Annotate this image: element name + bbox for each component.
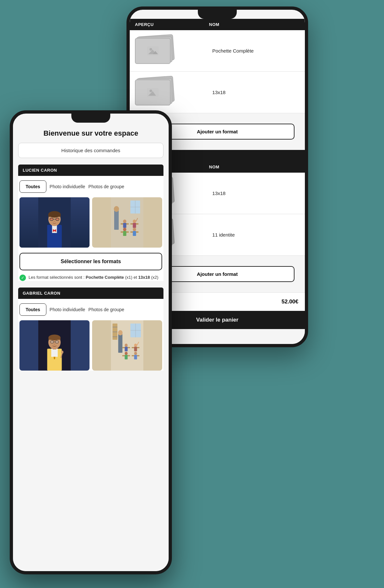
product-name-2: 13x18 xyxy=(209,90,300,95)
format-pochette-count: (x1) et xyxy=(124,275,138,280)
lucien-caron-name-bar: LUCIEN CARON xyxy=(18,165,163,176)
gabriel-class-photo xyxy=(92,320,162,371)
front-phone-notch xyxy=(71,114,110,123)
filter-photos-groupe-2[interactable]: Photos de groupe xyxy=(89,307,125,312)
lucien-filter-tabs: Toutes Photo individuelle Photos de grou… xyxy=(19,176,162,197)
svg-point-61 xyxy=(114,206,119,212)
svg-point-72 xyxy=(133,228,136,231)
svg-point-19 xyxy=(150,90,152,92)
svg-rect-73 xyxy=(133,231,136,236)
gabriel-portrait-photo xyxy=(19,320,90,371)
format-13x18-count: (x2) xyxy=(150,275,158,280)
filter-tab-toutes-1[interactable]: Toutes xyxy=(19,180,46,193)
product-row-2: 13x18 xyxy=(130,72,305,113)
svg-rect-60 xyxy=(114,210,119,230)
svg-rect-71 xyxy=(123,231,126,236)
svg-rect-98 xyxy=(113,332,117,332)
section2-col-nom: NOM xyxy=(209,165,300,169)
lucien-portrait-inner xyxy=(19,197,90,248)
col-nom-label: NOM xyxy=(209,22,300,27)
svg-point-54 xyxy=(54,221,55,222)
front-phone: Bienvenue sur votre espace Historique de… xyxy=(10,110,172,574)
svg-rect-41 xyxy=(52,225,57,233)
welcome-title: Bienvenue sur votre espace xyxy=(18,129,163,138)
svg-point-89 xyxy=(54,344,55,345)
img-card-front-2 xyxy=(135,80,171,105)
filter-photo-individuelle-1[interactable]: Photo individuelle xyxy=(50,184,85,189)
svg-rect-100 xyxy=(118,334,123,353)
lucien-class-photo xyxy=(92,197,162,248)
lucien-portrait-photo xyxy=(19,197,90,248)
product-name-1: Pochette Complète xyxy=(209,48,300,54)
gabriel-caron-section: GABRIEL CARON Toutes Photo individuelle … xyxy=(18,288,163,371)
svg-rect-67 xyxy=(123,223,126,228)
svg-point-110 xyxy=(125,352,128,355)
formats-text: Les format sélectionnés sont : Pochette … xyxy=(29,274,158,281)
svg-rect-97 xyxy=(113,327,117,327)
formats-info: ✓ Les format sélectionnés sont : Pochett… xyxy=(19,274,162,281)
filter-tab-toutes-2[interactable]: Toutes xyxy=(19,303,46,316)
svg-point-68 xyxy=(133,220,136,223)
order-history-button[interactable]: Historique des commandes xyxy=(18,143,163,158)
svg-point-108 xyxy=(134,344,137,347)
svg-point-91 xyxy=(61,351,64,354)
svg-point-70 xyxy=(123,228,126,231)
gabriel-photo-grid xyxy=(19,320,162,371)
svg-point-53 xyxy=(56,218,59,220)
svg-point-9 xyxy=(150,48,152,51)
gabriel-filter-tabs: Toutes Photo individuelle Photos de grou… xyxy=(19,299,162,320)
product-image-2 xyxy=(135,77,209,108)
lucien-photo-grid xyxy=(19,197,162,248)
total-value: 52.00€ xyxy=(282,299,298,305)
filter-photos-groupe-1[interactable]: Photos de groupe xyxy=(89,184,125,189)
front-phone-screen: Bienvenue sur votre espace Historique de… xyxy=(13,123,169,571)
select-formats-button-1[interactable]: Sélectionner les formats xyxy=(19,253,162,270)
filter-photo-individuelle-2[interactable]: Photo individuelle xyxy=(50,307,85,312)
product-image-1 xyxy=(135,35,209,66)
svg-rect-99 xyxy=(113,337,117,337)
svg-rect-113 xyxy=(134,355,137,360)
svg-point-44 xyxy=(54,230,55,231)
svg-rect-69 xyxy=(133,223,136,228)
svg-point-101 xyxy=(118,330,123,336)
svg-point-66 xyxy=(123,220,126,223)
svg-rect-107 xyxy=(125,347,128,351)
product-row-1: Pochette Complète xyxy=(130,30,305,72)
gabriel-caron-name-bar: GABRIEL CARON xyxy=(18,288,163,299)
svg-point-112 xyxy=(134,352,137,355)
back-table-header: APERÇU NOM xyxy=(130,19,305,30)
svg-point-106 xyxy=(125,344,128,347)
svg-rect-79 xyxy=(51,349,58,357)
format-pochette: Pochette Complète xyxy=(86,275,124,280)
back-phone-notch xyxy=(198,10,237,19)
svg-rect-48 xyxy=(48,214,61,217)
svg-rect-111 xyxy=(125,355,128,360)
svg-rect-83 xyxy=(49,337,61,340)
svg-point-52 xyxy=(50,218,53,220)
section2-product-name-2: 11 identite xyxy=(209,232,300,238)
formats-info-prefix: Les format sélectionnés sont : xyxy=(29,275,86,280)
lucien-caron-section: LUCIEN CARON Toutes Photo individuelle P… xyxy=(18,165,163,281)
check-icon: ✓ xyxy=(19,275,26,281)
col-apercu-label: APERÇU xyxy=(135,22,209,27)
format-13x18: 13x18 xyxy=(138,275,150,280)
svg-rect-109 xyxy=(134,347,137,351)
section2-product-name-1: 13x18 xyxy=(209,190,300,196)
img-card-front xyxy=(135,38,171,64)
